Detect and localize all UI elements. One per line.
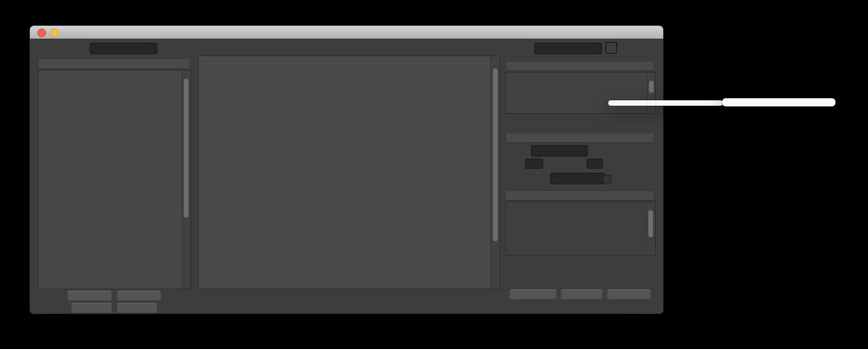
window-content — [30, 39, 663, 314]
sync-to-vi-button[interactable] — [561, 289, 603, 300]
output-list — [505, 201, 656, 255]
midi-learn-button[interactable] — [509, 289, 557, 300]
symbols-header — [505, 61, 654, 71]
sidebar-buttons — [38, 291, 190, 315]
articulation-map-setup-window — [30, 26, 663, 314]
name-field[interactable] — [534, 43, 602, 54]
articulation-maps-tree — [38, 70, 191, 289]
remote-trigger-dropdown[interactable] — [531, 145, 588, 157]
articulation-table-header — [198, 43, 499, 55]
symbol-context-menu — [608, 100, 723, 106]
scrollbar-thumb[interactable] — [648, 210, 653, 237]
scrollbar-thumb[interactable] — [649, 81, 654, 93]
symbols-scrollbar[interactable] — [647, 73, 655, 113]
maps-scrollbar[interactable] — [182, 70, 191, 289]
symbols-list — [505, 72, 656, 114]
scrollbar-thumb[interactable] — [184, 79, 189, 218]
pitch-field[interactable] — [525, 159, 543, 169]
mode-dropdown[interactable] — [550, 173, 606, 184]
articulation-editor-panel — [505, 39, 654, 314]
table-scrollbar[interactable] — [490, 56, 500, 289]
min-velocity-field[interactable] — [587, 159, 603, 169]
new-map-button[interactable] — [67, 291, 112, 301]
output-scrollbar[interactable] — [646, 202, 655, 255]
screenshot-background — [0, 0, 868, 349]
close-button[interactable] — [37, 28, 46, 37]
scrollbar-thumb[interactable] — [493, 68, 498, 241]
techniques-submenu — [722, 98, 835, 106]
new-folder-button[interactable] — [117, 291, 161, 301]
track-dropdown[interactable] — [90, 43, 157, 54]
window-titlebar[interactable] — [30, 26, 663, 39]
articulation-table — [198, 56, 500, 289]
import-button[interactable] — [71, 303, 112, 313]
color-swatch[interactable] — [606, 42, 617, 54]
articulation-maps-header — [38, 58, 190, 69]
retrigger-checkbox[interactable] — [603, 175, 612, 184]
remote-header — [505, 133, 654, 143]
export-button[interactable] — [117, 303, 157, 313]
remap-button[interactable] — [607, 289, 651, 300]
output-header — [505, 190, 654, 201]
minimize-button[interactable] — [50, 28, 59, 37]
